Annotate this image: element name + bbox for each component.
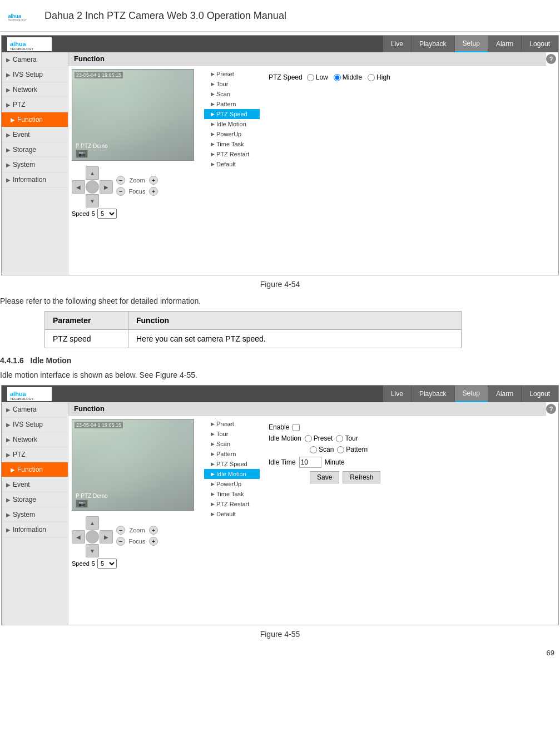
menu2-scan[interactable]: ▶ Scan bbox=[204, 439, 260, 449]
menu1-ptzspeed[interactable]: ▶ PTZ Speed bbox=[204, 109, 260, 119]
menu2-pattern[interactable]: ▶ Pattern bbox=[204, 449, 260, 459]
ptz-down-btn[interactable]: ▼ bbox=[86, 194, 99, 208]
sidebar2-item-ivs-label: IVS Setup bbox=[13, 421, 43, 428]
function-header-2: Function bbox=[68, 402, 546, 416]
nav2-setup-btn[interactable]: Setup bbox=[455, 386, 488, 402]
nav2-alarm-btn[interactable]: Alarm bbox=[488, 386, 522, 402]
ptz2-down-btn[interactable]: ▼ bbox=[86, 544, 99, 557]
ptz-speed-high-label[interactable]: High bbox=[368, 73, 390, 81]
sidebar1-item-camera[interactable]: ▶ Camera bbox=[2, 52, 68, 67]
ptz-speed-low-text: Low bbox=[316, 73, 328, 81]
menu2-idlemotion[interactable]: ▶ Idle Motion bbox=[204, 469, 260, 479]
ptz-up-btn[interactable]: ▲ bbox=[86, 166, 99, 180]
ptz-center-btn[interactable] bbox=[86, 180, 99, 194]
idle-preset-radio[interactable] bbox=[305, 435, 312, 442]
menu2-default[interactable]: ▶ Default bbox=[204, 509, 260, 519]
sidebar2-item-function[interactable]: ▶ Function bbox=[2, 462, 68, 477]
speed-select-2[interactable]: 5 bbox=[97, 559, 117, 569]
focus-plus-btn-1[interactable]: + bbox=[149, 187, 158, 196]
menu2-timetask[interactable]: ▶ Time Task bbox=[204, 489, 260, 499]
zoom-minus-btn-1[interactable]: − bbox=[116, 176, 125, 185]
cam-photo-btn-1[interactable]: 📷 bbox=[76, 150, 88, 158]
ptz-speed-high-radio[interactable] bbox=[368, 74, 375, 81]
sidebar1-item-function[interactable]: ▶ Function bbox=[2, 112, 68, 127]
focus-plus-btn-2[interactable]: + bbox=[149, 537, 158, 546]
ptz2-left-btn[interactable]: ◀ bbox=[72, 530, 85, 544]
sidebar2-item-ptz[interactable]: ▶ PTZ bbox=[2, 447, 68, 462]
sidebar1-item-storage[interactable]: ▶ Storage bbox=[2, 142, 68, 157]
menu2-idlemotion-label: Idle Motion bbox=[216, 471, 246, 477]
menu1-scan[interactable]: ▶ Scan bbox=[204, 89, 260, 99]
ptz-speed-middle-radio[interactable] bbox=[334, 74, 341, 81]
menu1-pattern[interactable]: ▶ Pattern bbox=[204, 99, 260, 109]
nav2-playback-btn[interactable]: Playback bbox=[412, 386, 455, 402]
nav1-live-btn[interactable]: Live bbox=[383, 36, 412, 52]
sidebar1-item-information[interactable]: ▶ Information bbox=[2, 172, 68, 187]
zoom-plus-btn-2[interactable]: + bbox=[149, 526, 158, 535]
speed-label-1: Speed bbox=[72, 210, 90, 217]
ptz-speed-low-label[interactable]: Low bbox=[307, 73, 328, 81]
enable-checkbox[interactable] bbox=[293, 424, 300, 431]
focus-minus-btn-1[interactable]: − bbox=[116, 187, 125, 196]
menu-arrow-icon: ▶ bbox=[211, 481, 215, 487]
menu1-idlemotion[interactable]: ▶ Idle Motion bbox=[204, 119, 260, 129]
nav1-playback-btn[interactable]: Playback bbox=[412, 36, 455, 52]
idle-pattern-label[interactable]: Pattern bbox=[337, 446, 368, 453]
idle-tour-label[interactable]: Tour bbox=[336, 434, 358, 442]
sidebar2-item-network[interactable]: ▶ Network bbox=[2, 432, 68, 447]
idle-scan-radio[interactable] bbox=[310, 446, 317, 453]
sidebar2-item-storage[interactable]: ▶ Storage bbox=[2, 492, 68, 507]
menu2-ptzrestart[interactable]: ▶ PTZ Restart bbox=[204, 499, 260, 509]
idle-scan-label[interactable]: Scan bbox=[310, 446, 334, 453]
zoom-plus-btn-1[interactable]: + bbox=[149, 176, 158, 185]
cam-photo-btn-2[interactable]: 📷 bbox=[76, 500, 88, 508]
idle-tour-radio[interactable] bbox=[336, 435, 343, 442]
idle-pattern-radio[interactable] bbox=[337, 446, 344, 453]
nav1-logout-btn[interactable]: Logout bbox=[522, 36, 558, 52]
help-icon-1[interactable]: ? bbox=[546, 54, 556, 64]
menu2-ptzspeed[interactable]: ▶ PTZ Speed bbox=[204, 459, 260, 469]
ptz-right-btn[interactable]: ▶ bbox=[100, 180, 113, 194]
sidebar1-item-ptz[interactable]: ▶ PTZ bbox=[2, 97, 68, 112]
ptz2-center-btn[interactable] bbox=[86, 530, 99, 544]
sidebar1-item-ivs[interactable]: ▶ IVS Setup bbox=[2, 67, 68, 82]
nav1-setup-btn[interactable]: Setup bbox=[455, 36, 488, 52]
sidebar1-item-system[interactable]: ▶ System bbox=[2, 157, 68, 172]
menu1-timetask[interactable]: ▶ Time Task bbox=[204, 139, 260, 149]
menu1-tour[interactable]: ▶ Tour bbox=[204, 79, 260, 89]
idle-time-input[interactable] bbox=[299, 457, 321, 468]
help-icon-2[interactable]: ? bbox=[546, 404, 556, 414]
ptz-left-btn[interactable]: ◀ bbox=[72, 180, 85, 194]
menu2-powerup[interactable]: ▶ PowerUp bbox=[204, 479, 260, 489]
menu2-tour[interactable]: ▶ Tour bbox=[204, 429, 260, 439]
menu1-default[interactable]: ▶ Default bbox=[204, 159, 260, 169]
menu2-preset[interactable]: ▶ Preset bbox=[204, 419, 260, 429]
nav2-live-btn[interactable]: Live bbox=[383, 386, 412, 402]
idle-save-btn[interactable]: Save bbox=[310, 471, 339, 483]
sidebar1-item-network[interactable]: ▶ Network bbox=[2, 82, 68, 97]
speed-select-1[interactable]: 5 bbox=[97, 209, 117, 219]
nav1-alarm-btn[interactable]: Alarm bbox=[488, 36, 522, 52]
idle-preset-label[interactable]: Preset bbox=[305, 434, 333, 442]
focus-minus-btn-2[interactable]: − bbox=[116, 537, 125, 546]
zoom-minus-btn-2[interactable]: − bbox=[116, 526, 125, 535]
sidebar1-item-event[interactable]: ▶ Event bbox=[2, 127, 68, 142]
ptz-speed-low-radio[interactable] bbox=[307, 74, 314, 81]
menu1-ptzrestart[interactable]: ▶ PTZ Restart bbox=[204, 149, 260, 159]
ptz2-up-btn[interactable]: ▲ bbox=[86, 516, 99, 530]
menu1-powerup[interactable]: ▶ PowerUp bbox=[204, 129, 260, 139]
speed-row-2: Speed 5 5 bbox=[72, 559, 200, 569]
nav2-logout-btn[interactable]: Logout bbox=[522, 386, 558, 402]
sidebar2-item-system[interactable]: ▶ System bbox=[2, 507, 68, 522]
sidebar2-item-camera[interactable]: ▶ Camera bbox=[2, 402, 68, 417]
svg-text:alhua: alhua bbox=[8, 13, 21, 18]
sidebar2-item-event[interactable]: ▶ Event bbox=[2, 477, 68, 492]
arrow-icon: ▶ bbox=[6, 102, 11, 108]
section-title: Idle Motion bbox=[31, 356, 72, 365]
sidebar2-item-ivs[interactable]: ▶ IVS Setup bbox=[2, 417, 68, 432]
idle-refresh-btn[interactable]: Refresh bbox=[343, 471, 380, 483]
ptz-speed-middle-label[interactable]: Middle bbox=[334, 73, 362, 81]
sidebar2-item-information[interactable]: ▶ Information bbox=[2, 522, 68, 537]
ptz2-right-btn[interactable]: ▶ bbox=[100, 530, 113, 544]
menu1-preset[interactable]: ▶ Preset bbox=[204, 69, 260, 79]
